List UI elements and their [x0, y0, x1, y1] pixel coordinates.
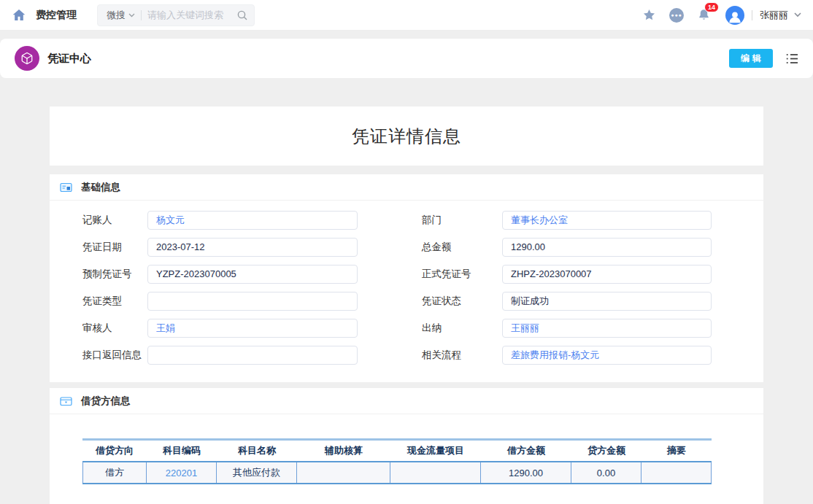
related-process-field[interactable]: 差旅费用报销-杨文元: [502, 346, 712, 365]
search-divider: [141, 10, 142, 20]
chevron-down-icon: [128, 13, 135, 18]
field-label: 部门: [422, 211, 502, 230]
detail-list-icon[interactable]: [786, 53, 798, 64]
title-card: 凭证详情信息: [50, 106, 763, 166]
field-label: 凭证类型: [82, 292, 147, 311]
user-caret-down-icon[interactable]: [794, 12, 801, 18]
table-row: 借方 220201 其他应付款 1290.00 0.00: [82, 462, 712, 484]
notification-badge: 14: [704, 2, 719, 12]
module-header: 凭证中心 编辑: [0, 39, 813, 78]
more-apps-icon[interactable]: ●●●: [669, 8, 684, 23]
field-label: 出纳: [422, 319, 502, 338]
voucher-status-field[interactable]: 制证成功: [502, 292, 712, 311]
top-navbar: 费控管理 微搜 ●●● 14: [0, 0, 813, 31]
field-label: 预制凭证号: [82, 265, 147, 284]
summary-cell: [641, 462, 712, 483]
entries-section-header: 借贷方信息: [50, 388, 763, 414]
search-icon[interactable]: [236, 9, 248, 21]
voucher-center-logo-icon: [15, 46, 39, 71]
search-scope-dropdown[interactable]: 微搜: [107, 9, 135, 22]
pre-voucher-no-field[interactable]: YZPZ-2023070005: [147, 265, 358, 284]
col-header: 辅助核算: [297, 441, 390, 461]
basic-info-form: 记账人 杨文元 部门 董事长办公室 凭证日期 2023-07-12 总金额 12…: [50, 201, 763, 382]
username[interactable]: 张丽丽: [760, 9, 788, 22]
home-icon[interactable]: [12, 8, 26, 23]
basic-info-card: 基础信息 记账人 杨文元 部门 董事长办公室 凭证日期 2023-07-12 总…: [50, 174, 763, 382]
app-title: 费控管理: [36, 9, 77, 22]
field-label: 记账人: [82, 211, 147, 230]
wallet-icon: [60, 395, 72, 407]
basic-info-section-title: 基础信息: [81, 181, 120, 194]
field-label: 接口返回信息: [82, 346, 147, 365]
star-icon[interactable]: [642, 8, 656, 22]
voucher-date-field[interactable]: 2023-07-12: [147, 238, 358, 257]
reviewer-field[interactable]: 王娟: [147, 319, 358, 338]
avatar[interactable]: [725, 6, 744, 25]
department-field[interactable]: 董事长办公室: [502, 211, 712, 230]
col-header: 摘要: [641, 441, 712, 461]
search-scope-label: 微搜: [107, 9, 126, 22]
page-title: 凭证详情信息: [352, 125, 461, 148]
field-label: 审核人: [82, 319, 147, 338]
col-header: 借方金额: [481, 441, 571, 461]
topbar-actions: ●●● 14 张丽丽: [629, 6, 801, 25]
module-title: 凭证中心: [47, 52, 91, 66]
aux-accounting-cell: [297, 462, 390, 483]
voucher-type-field[interactable]: [147, 292, 358, 311]
field-label: 总金额: [422, 238, 502, 257]
table-header-row: 借贷方向 科目编码 科目名称 辅助核算 现金流量项目 借方金额 贷方金额 摘要: [82, 441, 712, 462]
col-header: 科目编码: [147, 441, 217, 461]
basic-info-section-header: 基础信息: [50, 174, 763, 201]
search-input[interactable]: [147, 9, 236, 20]
col-header: 现金流量项目: [390, 441, 481, 461]
entries-card: 借贷方信息 借贷方向 科目编码 科目名称 辅助核算 现金流量项目 借方金额 贷方…: [50, 388, 763, 504]
entries-section-title: 借贷方信息: [81, 395, 131, 408]
page-content: 凭证详情信息 基础信息 记账人 杨文元 部门 董事长办公室 凭证日期: [0, 78, 813, 504]
subject-code-link[interactable]: 220201: [147, 462, 217, 483]
cash-flow-cell: [390, 462, 481, 483]
field-label: 凭证状态: [422, 292, 502, 311]
bookkeeper-field[interactable]: 杨文元: [147, 211, 358, 230]
col-header: 借贷方向: [82, 441, 147, 461]
col-header: 科目名称: [217, 441, 297, 461]
col-header: 贷方金额: [571, 441, 641, 461]
module-actions: 编辑: [729, 49, 798, 68]
username-divider: [752, 10, 752, 20]
subject-name-cell: 其他应付款: [217, 462, 297, 483]
cashier-field[interactable]: 王丽丽: [502, 319, 712, 338]
screen: 费控管理 微搜 ●●● 14: [0, 0, 813, 504]
total-amount-field[interactable]: 1290.00: [502, 238, 712, 257]
field-label: 相关流程: [422, 346, 502, 365]
credit-amount-cell: 0.00: [571, 462, 641, 483]
interface-return-field[interactable]: [147, 346, 358, 365]
direction-cell: 借方: [82, 462, 147, 483]
field-label: 凭证日期: [82, 238, 147, 257]
debit-amount-cell: 1290.00: [481, 462, 571, 483]
entries-table: 借贷方向 科目编码 科目名称 辅助核算 现金流量项目 借方金额 贷方金额 摘要 …: [82, 438, 712, 484]
id-card-icon: [60, 182, 72, 193]
field-label: 正式凭证号: [422, 265, 502, 284]
edit-button[interactable]: 编辑: [729, 49, 773, 68]
global-search[interactable]: 微搜: [97, 4, 255, 26]
official-voucher-no-field[interactable]: ZHPZ-2023070007: [502, 265, 712, 284]
notifications-bell-icon[interactable]: 14: [697, 8, 711, 22]
